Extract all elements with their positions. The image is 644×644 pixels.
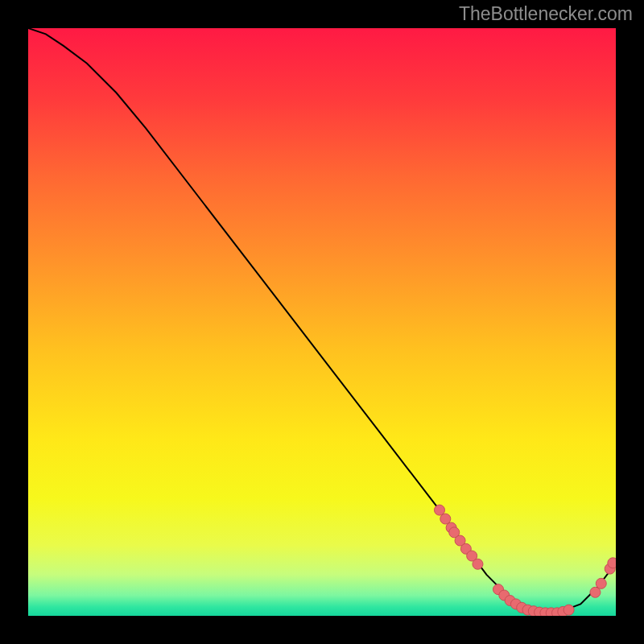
data-point bbox=[608, 558, 616, 568]
watermark-text: TheBottlenecker.com bbox=[459, 3, 633, 25]
plot-area bbox=[28, 28, 616, 616]
data-point bbox=[473, 559, 483, 569]
data-point bbox=[596, 578, 606, 588]
chart-svg bbox=[28, 28, 616, 616]
data-point bbox=[564, 605, 574, 615]
gradient-background bbox=[28, 28, 616, 616]
chart-container: TheBottlenecker.com bbox=[0, 0, 644, 644]
